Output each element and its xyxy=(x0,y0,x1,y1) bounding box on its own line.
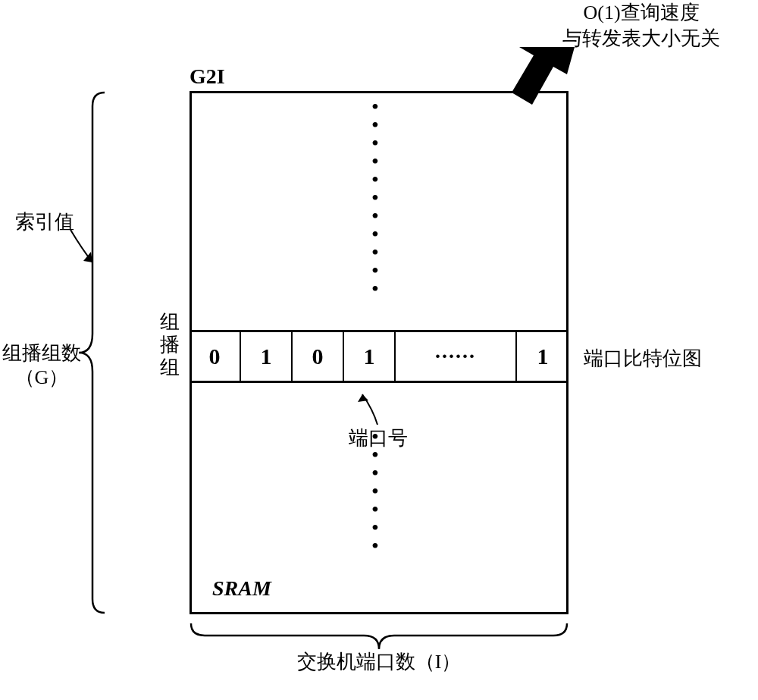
lookup-speed-note: O(1)查询速度 与转发表大小无关 xyxy=(562,0,720,52)
row-cell-ellipsis: ······ xyxy=(396,332,517,381)
g2i-title: G2I xyxy=(190,64,225,89)
example-row: 0 1 0 1 ······ 1 xyxy=(190,330,568,383)
row-cell: 1 xyxy=(344,332,396,381)
port-number-label: 端口号 xyxy=(349,425,408,451)
lookup-speed-line2: 与转发表大小无关 xyxy=(562,27,720,49)
row-cell: 1 xyxy=(517,332,568,381)
row-cell: 1 xyxy=(241,332,293,381)
switch-ports-label: 交换机端口数（I） xyxy=(190,648,568,675)
bottom-dots: ••• ••• • xyxy=(371,432,379,560)
index-arrow-icon xyxy=(68,228,106,273)
port-bitmap-label: 端口比特位图 xyxy=(584,345,702,372)
lookup-speed-line1: O(1)查询速度 xyxy=(583,2,699,24)
mcast-count-label: 组播组数 （G） xyxy=(0,341,83,390)
curly-brace-icon xyxy=(190,622,568,652)
row-cell: 0 xyxy=(190,332,241,381)
mcast-group-vertical-label: 组 播 组 xyxy=(159,311,180,379)
index-value-label: 索引值 xyxy=(15,209,74,235)
top-dots: ••• ••• ••• •• xyxy=(371,102,379,303)
sram-label: SRAM xyxy=(212,576,271,601)
bottom-brace xyxy=(190,622,568,652)
svg-marker-2 xyxy=(83,252,92,262)
port-number-arrow-icon xyxy=(356,387,387,425)
row-cell: 0 xyxy=(293,332,344,381)
